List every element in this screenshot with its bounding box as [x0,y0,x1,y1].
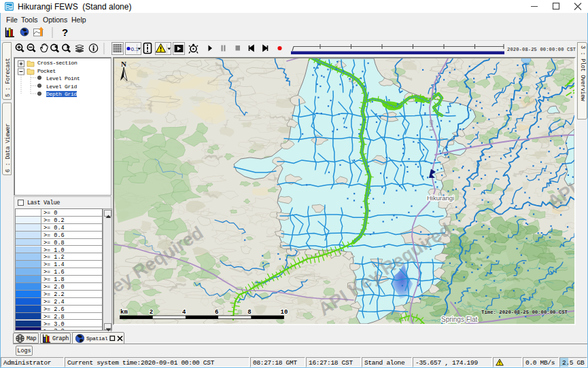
svg-text:2020-08-25 00:00:00 CST: 2020-08-25 00:00:00 CST [507,47,576,52]
svg-text:6: 6 [215,309,218,316]
svg-text:N: N [121,60,126,68]
svg-text:8: 8 [247,309,251,316]
svg-text:?: ? [62,26,68,38]
svg-text:km: km [120,309,128,316]
svg-text:10: 10 [281,309,288,316]
svg-text:Hikurangi: Hikurangi [427,194,454,202]
svg-text:Time: 2020-08-25 00:00:00 CST: Time: 2020-08-25 00:00:00 CST [481,310,568,315]
svg-text:2: 2 [150,309,153,316]
svg-text:4: 4 [182,309,186,316]
svg-text:0.1: 0.1 [131,46,139,52]
svg-text:Springs Flat: Springs Flat [441,316,478,323]
svg-text:SH 1: SH 1 [428,119,434,132]
